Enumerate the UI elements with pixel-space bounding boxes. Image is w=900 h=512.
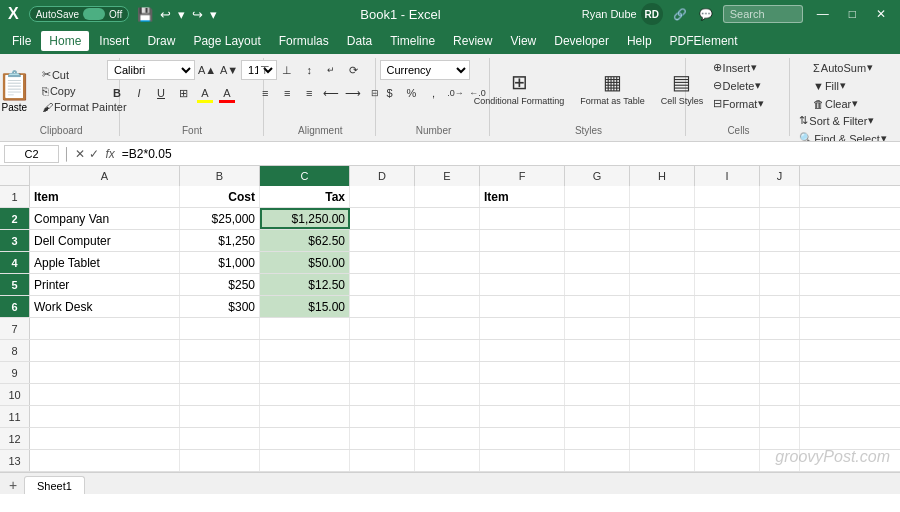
col-header-c[interactable]: C [260,166,350,186]
cell-C13[interactable] [260,450,350,471]
cell-C8[interactable] [260,340,350,361]
search-input[interactable] [723,5,803,23]
cell-C3[interactable]: $62.50 [260,230,350,251]
cell-F9[interactable] [480,362,565,383]
cell-F5[interactable] [480,274,565,295]
cell-I11[interactable] [695,406,760,427]
row-number-12[interactable]: 12 [0,428,30,449]
delete-button[interactable]: ⊖ Delete ▾ [710,78,768,93]
menu-item-review[interactable]: Review [445,31,500,51]
menu-item-data[interactable]: Data [339,31,380,51]
cell-J10[interactable] [760,384,800,405]
cell-D5[interactable] [350,274,415,295]
cell-B9[interactable] [180,362,260,383]
cell-C6[interactable]: $15.00 [260,296,350,317]
align-center-button[interactable]: ≡ [277,83,297,103]
cell-A2[interactable]: Company Van [30,208,180,229]
cell-H4[interactable] [630,252,695,273]
cell-A6[interactable]: Work Desk [30,296,180,317]
cell-F13[interactable] [480,450,565,471]
cell-G1[interactable] [565,186,630,207]
menu-item-pagelayout[interactable]: Page Layout [185,31,268,51]
cell-E1[interactable] [415,186,480,207]
border-button[interactable]: ⊞ [173,83,193,103]
formula-confirm[interactable]: ✓ [89,147,99,161]
cell-C12[interactable] [260,428,350,449]
cell-J7[interactable] [760,318,800,339]
cell-B7[interactable] [180,318,260,339]
close-button[interactable]: ✕ [870,5,892,23]
col-header-d[interactable]: D [350,166,415,186]
row-number-10[interactable]: 10 [0,384,30,405]
align-middle-button[interactable]: ⊥ [277,60,297,80]
cell-I2[interactable] [695,208,760,229]
format-button[interactable]: ⊟ Format ▾ [710,96,768,111]
cell-J8[interactable] [760,340,800,361]
increase-indent-button[interactable]: ⟶ [343,83,363,103]
cell-F12[interactable] [480,428,565,449]
row-number-1[interactable]: 1 [0,186,30,207]
save-button[interactable]: 💾 [135,6,155,23]
format-as-table-button[interactable]: ▦ Format as Table [574,60,650,116]
align-top-button[interactable]: ⊤ [255,60,275,80]
cell-C5[interactable]: $12.50 [260,274,350,295]
decrease-indent-button[interactable]: ⟵ [321,83,341,103]
cell-C10[interactable] [260,384,350,405]
cell-D3[interactable] [350,230,415,251]
cell-C7[interactable] [260,318,350,339]
cell-D13[interactable] [350,450,415,471]
col-header-g[interactable]: G [565,166,630,186]
cell-I5[interactable] [695,274,760,295]
menu-item-file[interactable]: File [4,31,39,51]
cell-C9[interactable] [260,362,350,383]
cell-G3[interactable] [565,230,630,251]
cell-A9[interactable] [30,362,180,383]
cell-G13[interactable] [565,450,630,471]
row-number-3[interactable]: 3 [0,230,30,251]
undo-dropdown-button[interactable]: ▾ [176,6,187,23]
row-number-9[interactable]: 9 [0,362,30,383]
col-header-f[interactable]: F [480,166,565,186]
cell-B13[interactable] [180,450,260,471]
col-header-h[interactable]: H [630,166,695,186]
accounting-format-button[interactable]: $ [380,83,400,103]
find-select-button[interactable]: 🔍 Find & Select ▾ [796,131,889,142]
row-number-8[interactable]: 8 [0,340,30,361]
cell-D12[interactable] [350,428,415,449]
menu-item-home[interactable]: Home [41,31,89,51]
decrease-font-size-button[interactable]: A▼ [219,60,239,80]
cell-J11[interactable] [760,406,800,427]
wrap-text-button[interactable]: ↵ [321,60,341,80]
conditional-formatting-button[interactable]: ⊞ Conditional Formatting [468,60,571,116]
cell-E3[interactable] [415,230,480,251]
underline-button[interactable]: U [151,83,171,103]
row-number-4[interactable]: 4 [0,252,30,273]
cell-E11[interactable] [415,406,480,427]
minimize-button[interactable]: — [811,5,835,23]
cell-H1[interactable] [630,186,695,207]
cell-C11[interactable] [260,406,350,427]
autosave-toggle[interactable] [83,8,105,20]
cell-A10[interactable] [30,384,180,405]
row-number-2[interactable]: 2 [0,208,30,229]
cell-D10[interactable] [350,384,415,405]
cell-F8[interactable] [480,340,565,361]
cell-D7[interactable] [350,318,415,339]
italic-button[interactable]: I [129,83,149,103]
cell-I4[interactable] [695,252,760,273]
cell-D9[interactable] [350,362,415,383]
font-name-select[interactable]: Calibri [107,60,195,80]
cell-I13[interactable] [695,450,760,471]
number-format-select[interactable]: Currency [380,60,470,80]
row-number-6[interactable]: 6 [0,296,30,317]
align-bottom-button[interactable]: ↕ [299,60,319,80]
cell-I7[interactable] [695,318,760,339]
clear-button[interactable]: 🗑 Clear ▾ [810,96,876,111]
align-left-button[interactable]: ≡ [255,83,275,103]
fill-button[interactable]: ▼ Fill ▾ [810,78,876,93]
cell-G11[interactable] [565,406,630,427]
cell-B12[interactable] [180,428,260,449]
cell-A1[interactable]: Item [30,186,180,207]
cell-J4[interactable] [760,252,800,273]
autosum-button[interactable]: Σ AutoSum ▾ [810,60,876,75]
